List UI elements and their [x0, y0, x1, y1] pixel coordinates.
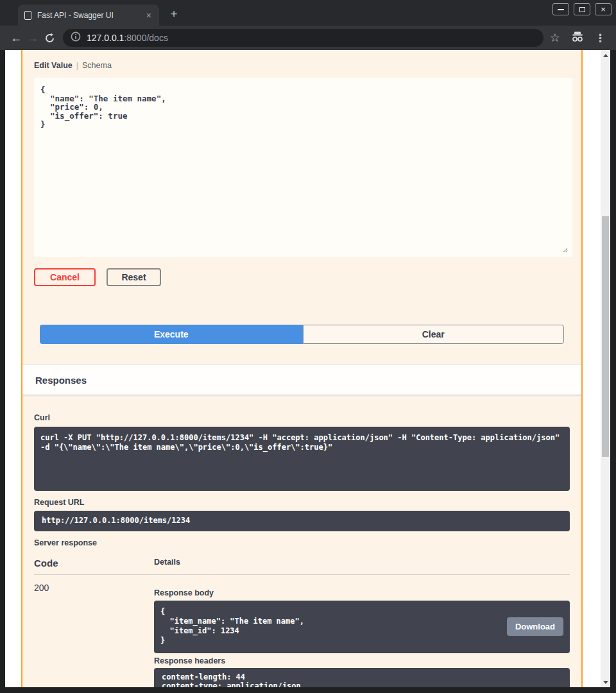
address-bar[interactable]: 127.0.0.1:8000/docs	[63, 29, 543, 47]
new-tab-button[interactable]: +	[168, 8, 180, 20]
reset-button[interactable]: Reset	[107, 268, 161, 286]
minimize-button[interactable]	[552, 3, 569, 15]
back-icon[interactable]: ←	[8, 31, 24, 45]
incognito-profile-icon[interactable]	[570, 31, 585, 45]
titlebar: Fast API - Swagger UI × + ×	[0, 0, 616, 26]
execute-button[interactable]: Execute	[40, 325, 303, 344]
responses-title: Responses	[35, 375, 87, 386]
response-headers-label: Response headers	[154, 656, 570, 666]
toolbar-right: ☆ ⋮	[550, 31, 608, 45]
response-details-cell: Response body { "item_name": "The item n…	[154, 583, 570, 687]
execute-wrapper: Execute Clear	[40, 325, 564, 344]
response-headers-value: content-length: 44 content-type: applica…	[154, 668, 570, 687]
maximize-icon	[579, 7, 585, 12]
tab-title: Fast API - Swagger UI	[37, 11, 145, 20]
browser-tab[interactable]: Fast API - Swagger UI ×	[18, 4, 159, 26]
browser-menu-icon[interactable]: ⋮	[595, 31, 606, 45]
response-row: 200 Response body { "item_name": "The it…	[34, 575, 570, 687]
close-button[interactable]: ×	[595, 3, 612, 15]
browser-toolbar: ← → 127.0.0.1:8000/docs ☆	[0, 26, 616, 50]
tab-edit-value[interactable]: Edit Value	[34, 61, 73, 70]
response-body-wrap: { "item_name": "The item name", "item_id…	[154, 601, 570, 653]
page-viewport: Edit Value|Schema { "name": "The item na…	[5, 50, 601, 687]
page-favicon-icon	[24, 11, 31, 20]
forward-icon[interactable]: →	[24, 31, 41, 45]
request-body-editor-wrap: { "name": "The item name", "price": 0, "…	[34, 78, 570, 257]
response-status-cell: 200	[34, 583, 154, 687]
request-body-input[interactable]: { "name": "The item name", "price": 0, "…	[34, 78, 572, 257]
request-url-value: http://127.0.0.1:8000/items/1234	[34, 511, 570, 531]
status-code: 200	[34, 583, 154, 594]
responses-section-header: Responses	[22, 364, 581, 395]
reload-icon[interactable]	[41, 33, 58, 44]
clear-button[interactable]: Clear	[303, 325, 564, 344]
curl-label: Curl	[34, 413, 570, 423]
model-example-tabs: Edit Value|Schema	[34, 61, 570, 70]
request-url-label: Request URL	[34, 498, 570, 508]
url-host: 127.0.0.1	[87, 33, 124, 43]
browser-window: Fast API - Swagger UI × + × ← →	[0, 0, 616, 693]
edit-buttons-row: Cancel Reset	[34, 268, 570, 286]
responses-table: Code Details 200 Response body { "item_n…	[34, 558, 570, 687]
details-column-header: Details	[154, 558, 570, 569]
curl-command: curl -X PUT "http://127.0.0.1:8000/items…	[34, 427, 570, 491]
tab-schema[interactable]: Schema	[82, 61, 112, 70]
response-body-label: Response body	[154, 588, 570, 598]
site-info-icon[interactable]	[71, 31, 81, 44]
maximize-button[interactable]	[574, 3, 590, 15]
bookmark-star-icon[interactable]: ☆	[550, 31, 560, 45]
minimize-icon	[558, 9, 564, 10]
cancel-button[interactable]: Cancel	[34, 268, 96, 286]
tab-close-icon[interactable]: ×	[145, 11, 153, 20]
tab-separator: |	[76, 61, 78, 70]
scroll-down-icon[interactable]	[601, 677, 610, 687]
url-path: :8000/docs	[124, 33, 168, 43]
code-column-header: Code	[34, 558, 154, 569]
window-controls: ×	[552, 3, 612, 15]
download-button[interactable]: Download	[507, 617, 563, 636]
textarea-resize-handle[interactable]	[561, 244, 568, 255]
swagger-put-opblock: Edit Value|Schema { "name": "The item na…	[21, 50, 583, 687]
page-scrollbar[interactable]	[601, 50, 610, 687]
responses-table-header: Code Details	[34, 558, 570, 575]
scrollbar-thumb[interactable]	[602, 216, 609, 457]
responses-inner: Curl curl -X PUT "http://127.0.0.1:8000/…	[22, 395, 581, 687]
server-response-label: Server response	[34, 538, 570, 548]
url-text: 127.0.0.1:8000/docs	[87, 33, 168, 43]
scroll-up-icon[interactable]	[601, 50, 610, 60]
